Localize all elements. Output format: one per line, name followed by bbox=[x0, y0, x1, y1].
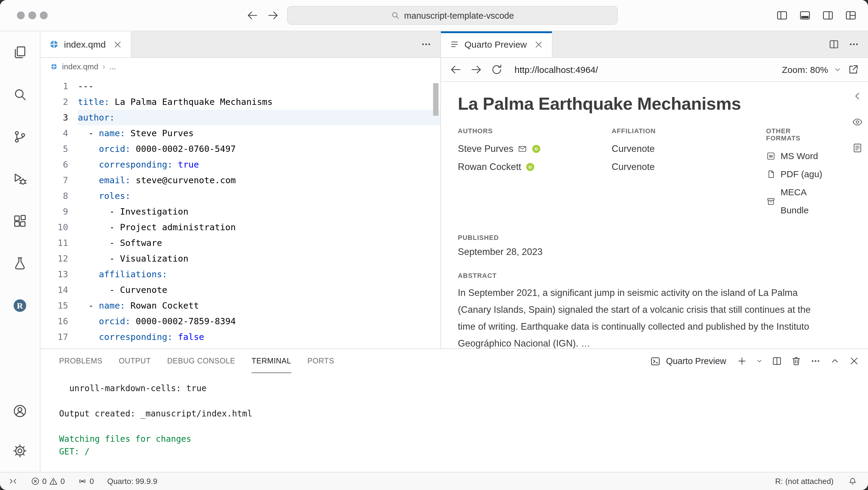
svg-text:iD: iD bbox=[534, 147, 538, 151]
format-link[interactable]: WMS Word bbox=[766, 147, 826, 165]
terminal-name: Quarto Preview bbox=[666, 356, 726, 366]
toggle-secondary-sidebar-icon[interactable] bbox=[822, 9, 834, 22]
history-forward-icon[interactable] bbox=[267, 9, 279, 22]
orcid-icon[interactable]: iD bbox=[525, 162, 535, 172]
zoom-window-button[interactable] bbox=[40, 11, 48, 19]
code-line[interactable]: - Software bbox=[78, 235, 440, 251]
code-line[interactable]: author: bbox=[78, 110, 440, 125]
remote-indicator[interactable] bbox=[5, 472, 21, 490]
explorer-icon[interactable] bbox=[0, 31, 40, 73]
breadcrumb-more[interactable]: ... bbox=[110, 62, 116, 71]
panel-more-icon[interactable] bbox=[810, 356, 821, 366]
orcid-icon[interactable]: iD bbox=[531, 144, 541, 154]
breadcrumb-file[interactable]: index.qmd bbox=[62, 62, 98, 71]
problems-status[interactable]: 0 0 bbox=[27, 472, 68, 490]
code-line[interactable]: - Visualization bbox=[78, 251, 440, 266]
maximize-panel-icon[interactable] bbox=[829, 356, 840, 366]
author-name: Rowan Cockett bbox=[458, 158, 521, 176]
code-line[interactable]: corresponding: false bbox=[78, 329, 440, 345]
format-link[interactable]: MECA Bundle bbox=[766, 183, 826, 219]
preview-back-icon[interactable] bbox=[450, 63, 462, 76]
split-terminal-icon[interactable] bbox=[772, 356, 782, 366]
close-tab-icon[interactable] bbox=[113, 39, 122, 49]
code-line[interactable]: roles: bbox=[78, 188, 440, 204]
customize-layout-icon[interactable] bbox=[844, 9, 857, 22]
notifications[interactable] bbox=[844, 472, 861, 490]
warning-count: 0 bbox=[60, 477, 65, 486]
code-line[interactable]: affiliations: bbox=[78, 266, 440, 282]
code-line[interactable]: - Curvenote bbox=[78, 282, 440, 298]
run-and-debug-icon[interactable] bbox=[0, 158, 40, 200]
authors-column: AUTHORS Steve PurvesiDRowan CockettiD bbox=[458, 127, 612, 219]
code-line[interactable]: email: steve@curvenote.com bbox=[78, 172, 440, 188]
affiliations-list: CurvenoteCurvenote bbox=[612, 140, 766, 176]
tab-quarto-preview[interactable]: Quarto Preview bbox=[441, 31, 553, 57]
code-line[interactable]: - name: Steve Purves bbox=[78, 125, 440, 141]
history-back-icon[interactable] bbox=[246, 9, 259, 22]
panel-tab-output[interactable]: OUTPUT bbox=[119, 349, 151, 373]
code-line[interactable]: corresponding: true bbox=[78, 157, 440, 172]
account-icon[interactable] bbox=[0, 391, 40, 431]
editor-scrollbar[interactable] bbox=[433, 83, 438, 116]
code-editor[interactable]: 1234567891011121314151617 ---title: La P… bbox=[40, 75, 440, 348]
expand-sidebar-icon[interactable] bbox=[852, 90, 863, 102]
close-window-button[interactable] bbox=[17, 11, 25, 19]
editor-more-actions-icon[interactable] bbox=[421, 39, 432, 50]
split-editor-icon[interactable] bbox=[828, 39, 840, 50]
tab-index-qmd[interactable]: index.qmd bbox=[40, 31, 131, 57]
kill-terminal-icon[interactable] bbox=[791, 356, 802, 366]
email-icon[interactable] bbox=[518, 144, 527, 154]
close-panel-icon[interactable] bbox=[849, 356, 860, 366]
panel-tab-bar: PROBLEMSOUTPUTDEBUG CONSOLETERMINALPORTS… bbox=[40, 349, 868, 373]
minimize-window-button[interactable] bbox=[28, 11, 36, 19]
new-terminal-icon[interactable] bbox=[737, 356, 747, 366]
panel-tab-ports[interactable]: PORTS bbox=[307, 349, 334, 373]
terminal-line bbox=[59, 395, 868, 407]
bottom-panel: PROBLEMSOUTPUTDEBUG CONSOLETERMINALPORTS… bbox=[40, 348, 868, 472]
preview-more-actions-icon[interactable] bbox=[848, 39, 860, 50]
search-icon[interactable] bbox=[0, 73, 40, 116]
code-line[interactable]: orcid: 0000-0002-7859-8394 bbox=[78, 314, 440, 329]
code-line[interactable]: - Project administration bbox=[78, 219, 440, 235]
panel-tab-debug-console[interactable]: DEBUG CONSOLE bbox=[167, 349, 235, 373]
r-status[interactable]: R: (not attached) bbox=[772, 472, 837, 490]
code-line[interactable]: - Investigation bbox=[78, 204, 440, 219]
quarto-version-status[interactable]: Quarto: 99.9.9 bbox=[103, 472, 161, 490]
command-center-search[interactable]: manuscript-template-vscode bbox=[287, 6, 618, 25]
format-link[interactable]: PDF (agu) bbox=[766, 165, 826, 183]
terminal-output[interactable]: unroll-markdown-cells: true Output creat… bbox=[40, 373, 868, 472]
preview-forward-icon[interactable] bbox=[470, 63, 483, 76]
code-line[interactable]: orcid: 0000-0002-0760-5497 bbox=[78, 141, 440, 157]
zoom-level[interactable]: Zoom: 80% bbox=[782, 64, 828, 75]
close-tab-icon[interactable] bbox=[534, 39, 544, 49]
testing-icon[interactable] bbox=[0, 242, 40, 285]
toggle-primary-sidebar-icon[interactable] bbox=[776, 9, 788, 22]
published-label: PUBLISHED bbox=[458, 234, 826, 241]
source-control-icon[interactable] bbox=[0, 116, 40, 158]
preview-eye-icon[interactable] bbox=[852, 116, 863, 128]
preview-url[interactable]: http://localhost:4964/ bbox=[515, 64, 598, 75]
svg-text:W: W bbox=[769, 154, 773, 159]
ports-status[interactable]: 0 bbox=[74, 472, 97, 490]
notes-icon[interactable] bbox=[852, 142, 863, 154]
code-line[interactable]: --- bbox=[78, 78, 440, 94]
panel-tab-terminal[interactable]: TERMINAL bbox=[251, 349, 291, 373]
active-terminal[interactable]: Quarto Preview bbox=[650, 355, 726, 367]
r-extension-icon[interactable]: R bbox=[0, 285, 40, 327]
preview-group: Quarto Preview http bbox=[441, 31, 868, 348]
zoom-dropdown-icon[interactable] bbox=[833, 65, 842, 74]
code-line[interactable]: title: La Palma Earthquake Mechanisms bbox=[78, 94, 440, 110]
panel-tab-problems[interactable]: PROBLEMS bbox=[59, 349, 102, 373]
authors-label: AUTHORS bbox=[458, 127, 612, 134]
code-line[interactable]: - name: Rowan Cockett bbox=[78, 298, 440, 314]
settings-icon[interactable] bbox=[0, 431, 40, 471]
workspace-title: manuscript-template-vscode bbox=[404, 10, 514, 20]
line-number: 13 bbox=[40, 266, 68, 282]
open-external-icon[interactable] bbox=[847, 63, 860, 76]
toggle-panel-icon[interactable] bbox=[799, 9, 811, 22]
line-number: 5 bbox=[40, 141, 68, 157]
terminal-dropdown-icon[interactable] bbox=[756, 357, 763, 365]
breadcrumb[interactable]: index.qmd › ... bbox=[40, 58, 440, 75]
preview-reload-icon[interactable] bbox=[490, 63, 503, 76]
extensions-icon[interactable] bbox=[0, 200, 40, 242]
